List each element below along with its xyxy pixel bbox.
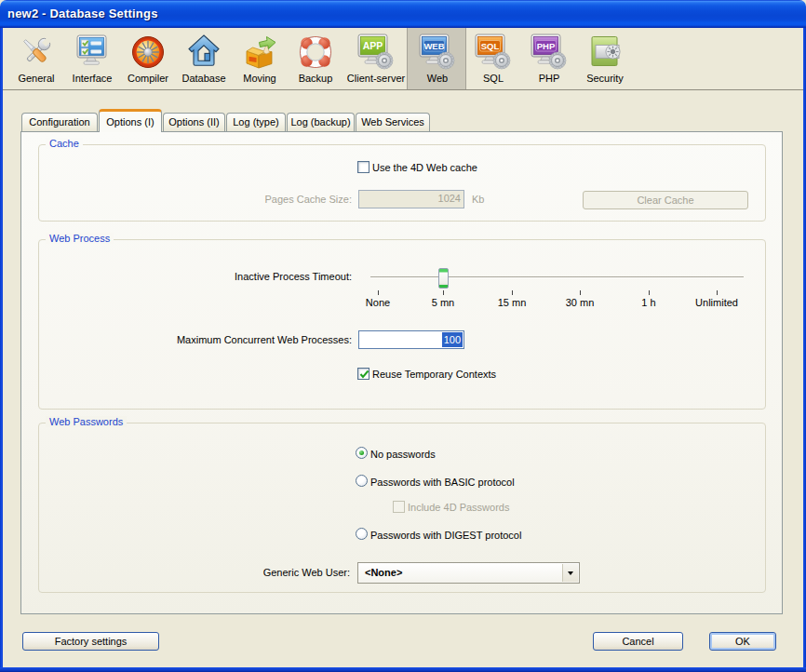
toolbar-item-backup[interactable]: Backup: [283, 33, 348, 87]
toolbar-item-label: Backup: [283, 73, 348, 84]
tab-log-type[interactable]: Log (type): [226, 113, 286, 131]
combo-dropdown-button[interactable]: [562, 564, 578, 582]
cache-size-unit-label: Kb: [472, 193, 484, 206]
include-4d-passwords-checkbox: [393, 501, 405, 513]
inactive-timeout-slider-track[interactable]: [370, 276, 744, 278]
digest-protocol-label[interactable]: Passwords with DIGEST protocol: [370, 529, 521, 542]
tab-label: Options (I): [106, 116, 154, 128]
web-process-group: Web Process Inactive Process Timeout: No…: [38, 239, 766, 410]
web-passwords-group: Web Passwords No passwords Passwords wit…: [38, 423, 766, 593]
inactive-timeout-slider-thumb[interactable]: [438, 268, 449, 289]
generic-web-user-combobox[interactable]: <None>: [357, 562, 580, 584]
factory-settings-label: Factory settings: [55, 636, 128, 647]
sql-monitor-icon: SQL: [474, 33, 513, 72]
tab-configuration[interactable]: Configuration: [21, 113, 98, 131]
reuse-contexts-checkbox[interactable]: [357, 368, 369, 380]
slider-tick: [512, 290, 513, 295]
tab-label: Options (II): [168, 116, 219, 128]
interface-monitor-icon: [73, 33, 112, 72]
svg-text:APP: APP: [363, 40, 383, 51]
tab-label: Configuration: [29, 116, 89, 128]
use-web-cache-label[interactable]: Use the 4D Web cache: [372, 161, 477, 174]
slider-tick: [378, 290, 379, 295]
window-frame-left: [0, 27, 3, 672]
inactive-timeout-label: Inactive Process Timeout:: [39, 270, 352, 283]
svg-text:WEB: WEB: [423, 41, 444, 51]
cancel-button[interactable]: Cancel: [593, 632, 683, 651]
ok-label: OK: [735, 636, 750, 647]
svg-text:PHP: PHP: [537, 41, 556, 51]
no-passwords-label[interactable]: No passwords: [370, 448, 436, 461]
factory-settings-button[interactable]: Factory settings: [22, 632, 159, 651]
slider-label-5mn: 5 mn: [432, 297, 454, 308]
web-monitor-icon: WEB: [418, 33, 457, 72]
cache-group-title: Cache: [46, 138, 83, 149]
pages-cache-size-label: Pages Cache Size:: [39, 193, 352, 206]
max-concurrent-label: Maximum Concurrent Web Processes:: [39, 333, 352, 346]
php-monitor-icon: PHP: [530, 33, 569, 72]
generic-web-user-value: <None>: [365, 567, 402, 578]
tab-label: Log (backup): [290, 116, 350, 128]
slider-label-30mn: 30 mn: [566, 297, 595, 308]
pages-cache-size-input: 1024: [358, 190, 464, 208]
tab-web-services[interactable]: Web Services: [356, 113, 430, 131]
basic-protocol-label[interactable]: Passwords with BASIC protocol: [370, 476, 515, 489]
no-passwords-radio[interactable]: [356, 447, 368, 459]
toolbar: General Interface: [3, 28, 803, 90]
database-home-icon: [184, 33, 223, 72]
ok-button[interactable]: OK: [709, 632, 776, 651]
tab-options-2[interactable]: Options (II): [163, 113, 225, 131]
max-concurrent-input[interactable]: 100: [358, 330, 464, 349]
toolbar-item-label: Client-server: [343, 73, 409, 84]
slider-tick: [649, 290, 650, 295]
chevron-down-icon: [568, 571, 573, 575]
window-frame-bottom: [0, 667, 806, 672]
clear-cache-button: Clear Cache: [583, 191, 748, 209]
toolbar-item-security[interactable]: Security: [572, 33, 638, 87]
include-4d-passwords-label: Include 4D Passwords: [408, 501, 509, 514]
toolbar-separator: [3, 89, 803, 90]
slider-label-1h: 1 h: [641, 297, 655, 308]
reuse-contexts-label[interactable]: Reuse Temporary Contexts: [372, 368, 496, 381]
web-process-group-title: Web Process: [46, 233, 114, 244]
slider-tick: [443, 290, 444, 295]
basic-protocol-radio[interactable]: [356, 475, 368, 487]
digest-protocol-radio[interactable]: [356, 528, 368, 540]
tab-label: Log (type): [233, 116, 279, 128]
toolbar-item-label: Security: [572, 73, 638, 84]
slider-label-none: None: [366, 297, 390, 308]
tab-label: Web Services: [361, 116, 424, 128]
security-safe-icon: [585, 33, 625, 72]
clear-cache-label: Clear Cache: [637, 195, 693, 206]
max-concurrent-value: 100: [442, 332, 463, 347]
tab-options-1[interactable]: Options (I): [99, 109, 162, 132]
client-server-app-icon: APP: [356, 33, 396, 72]
general-tools-icon: [17, 33, 56, 72]
svg-text:SQL: SQL: [481, 41, 500, 51]
moving-box-icon: [240, 33, 279, 72]
pages-cache-size-value: 1024: [438, 193, 461, 204]
tab-log-backup[interactable]: Log (backup): [287, 113, 355, 131]
generic-web-user-label: Generic Web User:: [39, 566, 350, 579]
slider-tick: [717, 290, 718, 295]
use-web-cache-checkbox[interactable]: [357, 161, 369, 173]
cancel-label: Cancel: [622, 636, 653, 647]
backup-lifebuoy-icon: [296, 33, 335, 72]
toolbar-item-client-server[interactable]: APP Client-server: [343, 33, 409, 87]
database-settings-dialog: new2 - Database Settings: [0, 0, 806, 672]
slider-label-15mn: 15 mn: [498, 297, 527, 308]
window-title: new2 - Database Settings: [7, 7, 158, 20]
web-passwords-group-title: Web Passwords: [46, 416, 127, 427]
slider-label-unlimited: Unlimited: [695, 297, 738, 308]
title-bar[interactable]: new2 - Database Settings: [0, 0, 806, 28]
slider-tick: [580, 290, 581, 295]
cache-group: Cache Use the 4D Web cache Pages Cache S…: [38, 144, 766, 222]
compiler-turbine-icon: [128, 33, 168, 72]
